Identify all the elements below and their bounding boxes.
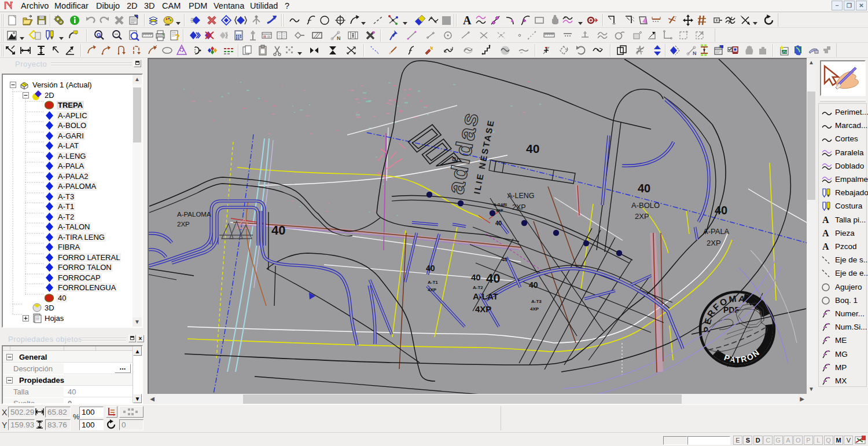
svg-text:2XP: 2XP bbox=[512, 203, 526, 211]
svg-text:2XP: 2XP bbox=[177, 221, 190, 228]
svg-text:A-BOLO: A-BOLO bbox=[631, 201, 660, 210]
svg-text:40: 40 bbox=[638, 182, 650, 195]
svg-text:40: 40 bbox=[271, 223, 285, 237]
svg-text:A-LENG: A-LENG bbox=[507, 192, 535, 200]
svg-text:4XP: 4XP bbox=[475, 304, 491, 314]
svg-text:40: 40 bbox=[426, 264, 435, 273]
svg-text:40: 40 bbox=[715, 204, 727, 217]
svg-text:A-GARI: A-GARI bbox=[494, 203, 507, 207]
svg-text:A-PALOMA: A-PALOMA bbox=[177, 211, 211, 218]
svg-text:40: 40 bbox=[495, 220, 502, 226]
svg-text:4XP: 4XP bbox=[530, 306, 539, 312]
svg-text:A-PALA: A-PALA bbox=[703, 227, 730, 236]
svg-text:Q: Q bbox=[97, 32, 101, 38]
svg-text:A-LAT: A-LAT bbox=[473, 291, 498, 301]
svg-text:A-T2: A-T2 bbox=[473, 285, 483, 290]
svg-text:4XP: 4XP bbox=[496, 209, 503, 213]
svg-text:N: N bbox=[693, 50, 697, 56]
svg-text:40: 40 bbox=[471, 272, 481, 282]
svg-text:40: 40 bbox=[502, 257, 507, 262]
svg-text:N: N bbox=[337, 35, 341, 41]
svg-text:40: 40 bbox=[529, 280, 538, 290]
svg-text:A: A bbox=[463, 14, 472, 27]
svg-text:40: 40 bbox=[486, 271, 500, 286]
svg-text:A-T1: A-T1 bbox=[428, 280, 438, 285]
svg-text:4XP: 4XP bbox=[428, 287, 437, 293]
svg-text:2XP: 2XP bbox=[635, 212, 649, 221]
svg-text:A-T3: A-T3 bbox=[531, 299, 542, 304]
svg-text:2XP: 2XP bbox=[707, 239, 721, 247]
svg-text:40: 40 bbox=[526, 142, 539, 155]
svg-text:?: ? bbox=[175, 32, 180, 42]
